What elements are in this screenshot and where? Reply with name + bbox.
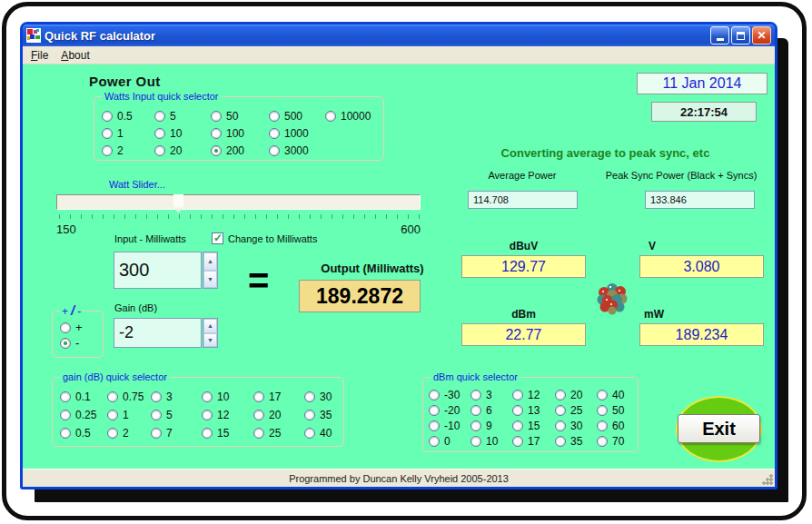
radio-option-40[interactable]: 40	[597, 387, 639, 402]
radio-option-40[interactable]: 40	[304, 424, 342, 442]
radio-option-15[interactable]: 15	[512, 418, 555, 433]
menu-bar: File About	[23, 46, 775, 64]
gain-spin-up[interactable]: ▲	[203, 319, 217, 333]
radio-option-0[interactable]: 0	[429, 433, 470, 449]
radio-option-50[interactable]: 50	[211, 107, 269, 124]
gain-selector-group: gain (dB) quick selector 0.10.250.50.751…	[52, 377, 344, 447]
radio-option-5[interactable]: 5	[151, 406, 202, 424]
radio-option-0.1[interactable]: 0.1	[60, 388, 107, 406]
radio-option-15[interactable]: 15	[202, 424, 253, 442]
radio-option-label: 25	[269, 427, 281, 440]
average-power-input[interactable]	[468, 191, 578, 209]
radio-icon	[555, 405, 566, 416]
sign-plus-radio[interactable]: +	[60, 321, 83, 334]
radio-option-9[interactable]: 9	[470, 418, 512, 433]
radio-option-2[interactable]: 2	[107, 424, 151, 442]
resize-grip[interactable]	[761, 473, 773, 485]
radio-option-label: 9	[486, 420, 492, 432]
radio-option-35[interactable]: 35	[555, 433, 597, 449]
maximize-button[interactable]	[731, 26, 750, 44]
radio-option-20[interactable]: 20	[154, 142, 211, 159]
radio-option-3[interactable]: 3	[470, 387, 512, 402]
milliwatts-spinner: ▲ ▼	[203, 252, 218, 289]
radio-option-200[interactable]: 200	[211, 142, 269, 159]
radio-option-0.5[interactable]: 0.5	[102, 107, 154, 124]
dbm-selector-label: dBm quick selector	[431, 371, 520, 383]
radio-icon	[512, 436, 523, 447]
radio-option-label: 100	[226, 127, 244, 140]
radio-option-20[interactable]: 20	[253, 406, 304, 424]
radio-option-10[interactable]: 10	[202, 388, 253, 406]
close-button[interactable]: ✕	[752, 26, 771, 44]
radio-option-0.25[interactable]: 0.25	[60, 406, 107, 424]
radio-option-30[interactable]: 30	[555, 418, 597, 433]
radio-option-1[interactable]: 1	[107, 406, 151, 424]
sign-minus-radio[interactable]: -	[60, 336, 79, 350]
radio-option-17[interactable]: 17	[253, 388, 304, 406]
maximize-icon	[737, 32, 745, 40]
radio-option-label: 7	[166, 427, 173, 440]
radio-option-3000[interactable]: 3000	[269, 142, 325, 159]
output-label: Output (Milliwatts)	[300, 262, 445, 275]
radio-option-1[interactable]: 1	[102, 124, 154, 142]
radio-option-1000[interactable]: 1000	[269, 124, 325, 142]
radio-option-12[interactable]: 12	[512, 387, 555, 402]
radio-option-35[interactable]: 35	[304, 406, 342, 424]
milliwatts-spin-up[interactable]: ▲	[203, 252, 217, 271]
watt-slider-track[interactable]	[56, 194, 421, 210]
radio-option-70[interactable]: 70	[597, 433, 639, 449]
menu-about[interactable]: About	[54, 47, 95, 64]
radio-icon	[211, 145, 222, 156]
radio-icon	[253, 428, 264, 439]
exit-button[interactable]: Exit	[678, 414, 760, 443]
radio-icon	[555, 420, 566, 431]
gain-input[interactable]	[114, 318, 202, 348]
radio-option-10[interactable]: 10	[154, 124, 211, 142]
radio-option-6[interactable]: 6	[470, 402, 512, 418]
radio-option-3[interactable]: 3	[151, 388, 202, 406]
radio-icon	[597, 390, 608, 400]
radio-option-10000[interactable]: 10000	[325, 107, 378, 124]
milliwatts-input[interactable]	[114, 252, 202, 289]
radio-option-label: 10	[217, 391, 229, 403]
radio-option-25[interactable]: 25	[253, 424, 304, 442]
radio-option-10[interactable]: 10	[470, 433, 512, 449]
radio-icon	[269, 145, 280, 156]
radio-option-25[interactable]: 25	[555, 402, 597, 418]
title-bar[interactable]: Quick RF calculator ✕	[23, 25, 775, 46]
minimize-icon	[717, 38, 724, 41]
watt-slider-thumb[interactable]	[173, 194, 183, 213]
radio-option-12[interactable]: 12	[202, 406, 253, 424]
app-icon	[26, 28, 41, 43]
slider-max-label: 600	[386, 222, 421, 236]
change-to-milliwatts-checkbox[interactable]	[212, 232, 223, 244]
gain-spin-down[interactable]: ▼	[203, 333, 217, 348]
radio-option-100[interactable]: 100	[211, 124, 269, 142]
radio-option-0.5[interactable]: 0.5	[60, 424, 107, 442]
menu-file[interactable]: File	[25, 47, 54, 64]
radio-icon	[304, 428, 315, 439]
radio-option-50[interactable]: 50	[597, 402, 639, 418]
radio-option-7[interactable]: 7	[151, 424, 202, 442]
radio-option-5[interactable]: 5	[154, 107, 211, 124]
radio-option--20[interactable]: -20	[429, 402, 470, 418]
radio-option-2[interactable]: 2	[102, 142, 154, 159]
radio-option--10[interactable]: -10	[429, 418, 470, 433]
radio-icon	[154, 111, 165, 122]
radio-option--30[interactable]: -30	[429, 387, 470, 402]
radio-option-20[interactable]: 20	[555, 387, 597, 402]
radio-option-13[interactable]: 13	[512, 402, 555, 418]
radio-icon	[60, 410, 71, 420]
radio-option-17[interactable]: 17	[512, 433, 555, 449]
radio-option-500[interactable]: 500	[269, 107, 325, 124]
radio-icon	[102, 145, 113, 156]
radio-option-0.75[interactable]: 0.75	[107, 388, 151, 406]
radio-option-60[interactable]: 60	[597, 418, 639, 433]
radio-option-label: 0.25	[75, 409, 96, 421]
peak-sync-input[interactable]	[645, 191, 755, 209]
milliwatts-spin-down[interactable]: ▼	[203, 271, 217, 289]
minimize-button[interactable]	[710, 26, 729, 44]
radio-option-30[interactable]: 30	[304, 388, 342, 406]
radio-option-label: 17	[528, 435, 540, 448]
date-display: 11 Jan 2014	[637, 73, 767, 94]
